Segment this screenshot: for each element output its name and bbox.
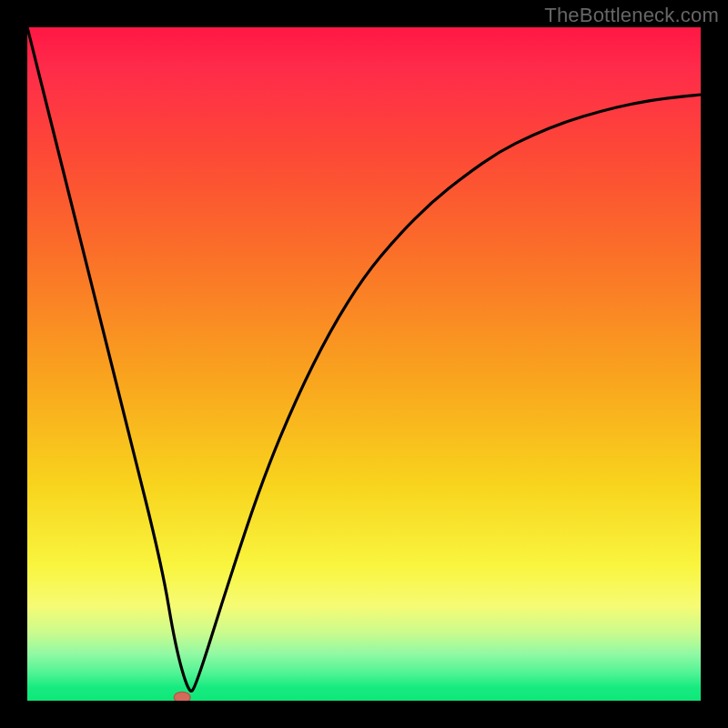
- plot-area: [27, 27, 701, 701]
- curve-svg: [27, 27, 701, 701]
- chart-frame: TheBottleneck.com: [0, 0, 728, 728]
- attribution-label: TheBottleneck.com: [544, 4, 719, 27]
- minimum-marker: [174, 692, 190, 701]
- bottleneck-curve: [27, 27, 701, 691]
